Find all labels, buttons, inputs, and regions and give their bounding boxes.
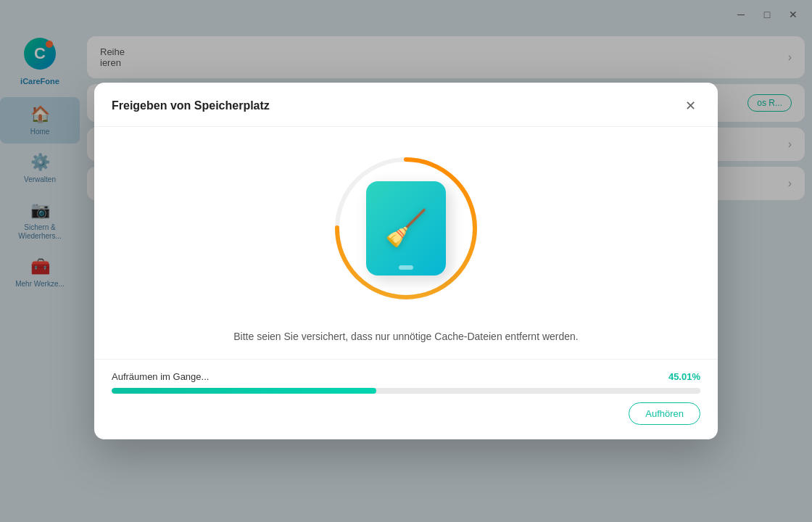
progress-bar-track (112, 388, 700, 394)
modal-backdrop: Freigeben von Speicherplatz ✕ (0, 0, 812, 522)
modal-close-button[interactable]: ✕ (680, 96, 700, 116)
modal-dialog: Freigeben von Speicherplatz ✕ (94, 83, 718, 439)
device-icon: 🧹 (366, 181, 446, 276)
stop-button[interactable]: Aufhören (629, 402, 700, 425)
cleaning-icon-container: 🧹 (355, 178, 457, 279)
cleaning-graphic: 🧹 (326, 149, 486, 308)
modal-footer: Aufräumen im Gange... 45.01% Aufhören (94, 359, 718, 439)
modal-title: Freigeben von Speicherplatz (112, 99, 270, 112)
progress-label: Aufräumen im Gange... (112, 371, 209, 382)
progress-percent: 45.01% (668, 371, 700, 382)
progress-info: Aufräumen im Gange... 45.01% (112, 371, 700, 382)
modal-body: 🧹 Bitte seien Sie versichert, dass nur u… (94, 127, 718, 359)
modal-header: Freigeben von Speicherplatz ✕ (94, 83, 718, 127)
broom-icon: 🧹 (384, 208, 428, 249)
footer-row: Aufhören (112, 402, 700, 425)
modal-description: Bitte seien Sie versichert, dass nur unn… (233, 328, 579, 344)
app-window: ─ □ ✕ C iCareFone 🏠 Home ⚙️ Verwalten (0, 0, 812, 522)
progress-bar-fill (112, 388, 376, 394)
